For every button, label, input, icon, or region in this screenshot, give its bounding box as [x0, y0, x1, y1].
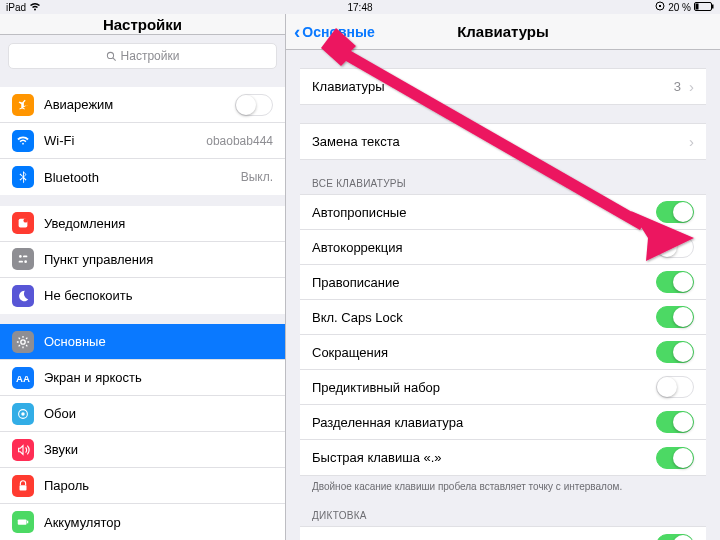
row-label: Автопрописные — [312, 205, 656, 220]
sidebar-item-label: Wi-Fi — [44, 133, 196, 148]
all-keyboards-list: АвтопрописныеАвтокоррекцияПравописаниеВк… — [300, 194, 706, 476]
toggle-row[interactable]: Автопрописные — [300, 195, 706, 230]
row-label: Автокоррекция — [312, 240, 656, 255]
sidebar-item-display[interactable]: AA Экран и яркость — [0, 360, 285, 396]
toggle[interactable] — [656, 447, 694, 469]
sidebar-item-sounds[interactable]: Звуки — [0, 432, 285, 468]
sidebar-item-general[interactable]: Основные — [0, 324, 285, 360]
row-label: Правописание — [312, 275, 656, 290]
svg-point-10 — [24, 261, 27, 264]
chevron-right-icon: › — [689, 133, 694, 150]
back-label: Основные — [302, 24, 375, 40]
sidebar-item-label: Авиарежим — [44, 97, 225, 112]
sidebar-item-label: Уведомления — [44, 216, 273, 231]
row-label: Вкл. Caps Lock — [312, 310, 656, 325]
toggle[interactable] — [656, 341, 694, 363]
search-wrap: Настройки — [0, 35, 285, 77]
search-icon — [106, 51, 117, 62]
svg-point-4 — [107, 52, 113, 58]
passcode-icon — [12, 475, 34, 497]
toggle-row[interactable]: Включить диктовку — [300, 527, 706, 540]
detail-pane: ‹ Основные Клавиатуры Клавиатуры 3 › Зам… — [286, 14, 720, 540]
toggle[interactable] — [656, 534, 694, 541]
sidebar-item-label: Bluetooth — [44, 170, 231, 185]
sidebar-item-label: Пункт управления — [44, 252, 273, 267]
sidebar-item-battery[interactable]: Аккумулятор — [0, 504, 285, 540]
sidebar-item-wallpaper[interactable]: Обои — [0, 396, 285, 432]
toggle[interactable] — [656, 411, 694, 433]
toggle-row[interactable]: Автокоррекция — [300, 230, 706, 265]
toggle-row[interactable]: Правописание — [300, 265, 706, 300]
toggle[interactable] — [656, 271, 694, 293]
svg-rect-11 — [19, 261, 23, 263]
svg-rect-3 — [712, 4, 714, 8]
sidebar-item-bluetooth[interactable]: Bluetooth Выкл. — [0, 159, 285, 195]
section-header-dictation: ДИКТОВКА — [286, 510, 720, 526]
gear-icon — [12, 331, 34, 353]
toggle[interactable] — [656, 376, 694, 398]
sidebar-item-control-center[interactable]: Пункт управления — [0, 242, 285, 278]
toggle-row[interactable]: Быстрая клавиша «.» — [300, 440, 706, 475]
sidebar-item-dnd[interactable]: Не беспокоить — [0, 278, 285, 314]
sidebar-item-label: Не беспокоить — [44, 288, 273, 303]
wifi-icon — [12, 130, 34, 152]
airplane-toggle[interactable] — [235, 94, 273, 116]
row-label: Клавиатуры — [312, 79, 674, 94]
row-label: Разделенная клавиатура — [312, 415, 656, 430]
wifi-network-value: obaobab444 — [206, 134, 273, 148]
sidebar-item-passcode[interactable]: Пароль — [0, 468, 285, 504]
search-input[interactable]: Настройки — [8, 43, 277, 69]
battery-icon — [12, 511, 34, 533]
detail-body[interactable]: Клавиатуры 3 › Замена текста › ВСЕ КЛАВИ… — [286, 50, 720, 540]
sidebar-item-airplane[interactable]: Авиарежим — [0, 87, 285, 123]
detail-title: Клавиатуры — [457, 23, 549, 40]
wifi-icon — [29, 2, 41, 13]
dnd-icon — [12, 285, 34, 307]
section-header-all-keyboards: ВСЕ КЛАВИАТУРЫ — [286, 178, 720, 194]
row-label: Сокращения — [312, 345, 656, 360]
bluetooth-value: Выкл. — [241, 170, 273, 184]
toggle[interactable] — [656, 201, 694, 223]
sounds-icon — [12, 439, 34, 461]
toggle-row[interactable]: Предиктивный набор — [300, 370, 706, 405]
control-center-icon — [12, 248, 34, 270]
chevron-right-icon: › — [689, 78, 694, 95]
orientation-lock-icon — [655, 1, 665, 13]
sidebar-item-label: Пароль — [44, 478, 273, 493]
svg-point-8 — [19, 255, 22, 258]
svg-rect-16 — [20, 485, 27, 490]
sidebar-title: Настройки — [0, 14, 285, 35]
keyboards-count: 3 — [674, 79, 681, 94]
back-button[interactable]: ‹ Основные — [294, 22, 375, 41]
row-label: Предиктивный набор — [312, 380, 656, 395]
row-label: Замена текста — [312, 134, 689, 149]
sidebar-item-label: Экран и яркость — [44, 370, 273, 385]
svg-point-12 — [21, 339, 25, 343]
toggle-row[interactable]: Разделенная клавиатура — [300, 405, 706, 440]
battery-pct: 20 % — [668, 2, 691, 13]
airplane-icon — [12, 94, 34, 116]
svg-rect-9 — [23, 256, 27, 258]
sidebar-group-notifications: Уведомления Пункт управления Не беспокои… — [0, 206, 285, 314]
notifications-icon — [12, 212, 34, 234]
svg-point-15 — [21, 412, 25, 416]
section-footer: Двойное касание клавиши пробела вставляе… — [286, 476, 720, 492]
toggle[interactable] — [656, 236, 694, 258]
row-keyboards[interactable]: Клавиатуры 3 › — [300, 69, 706, 104]
status-time: 17:48 — [347, 2, 372, 13]
sidebar-item-label: Основные — [44, 334, 273, 349]
sidebar-item-label: Звуки — [44, 442, 273, 457]
bluetooth-icon — [12, 166, 34, 188]
wallpaper-icon — [12, 403, 34, 425]
toggle-row[interactable]: Вкл. Caps Lock — [300, 300, 706, 335]
svg-rect-17 — [18, 519, 27, 524]
toggle-row[interactable]: Сокращения — [300, 335, 706, 370]
detail-header: ‹ Основные Клавиатуры — [286, 14, 720, 50]
svg-rect-18 — [27, 521, 28, 524]
sidebar-item-wifi[interactable]: Wi-Fi obaobab444 — [0, 123, 285, 159]
sidebar-group-connectivity: Авиарежим Wi-Fi obaobab444 Bluetooth Вык… — [0, 87, 285, 195]
display-icon: AA — [12, 367, 34, 389]
toggle[interactable] — [656, 306, 694, 328]
sidebar-item-notifications[interactable]: Уведомления — [0, 206, 285, 242]
row-text-replacement[interactable]: Замена текста › — [300, 124, 706, 159]
